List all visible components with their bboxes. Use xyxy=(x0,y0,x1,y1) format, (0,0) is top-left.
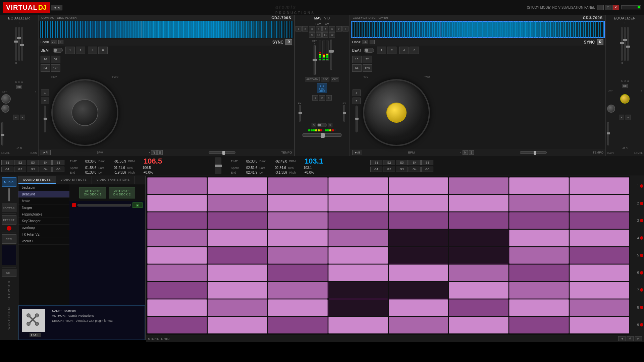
left-tempo-slider[interactable] xyxy=(209,151,235,154)
crossfader[interactable] xyxy=(302,133,342,137)
mix-num-5[interactable]: 5 xyxy=(322,26,328,32)
pad-r2-c1[interactable] xyxy=(147,195,207,212)
mix-num-12[interactable]: 12 xyxy=(329,32,335,38)
right-s2[interactable]: S2 xyxy=(383,160,395,165)
pad-r9-c2[interactable] xyxy=(208,317,267,334)
kill-btn-left[interactable]: KII xyxy=(16,85,22,89)
pad-r7-c4[interactable] xyxy=(328,282,388,299)
right-s4[interactable]: S4 xyxy=(409,160,421,165)
tab-video-transitions[interactable]: VIDEO TRANSITIONS xyxy=(92,176,135,184)
right-n-btn[interactable]: N xyxy=(463,150,468,155)
mix-num-10[interactable]: 10 xyxy=(316,32,322,38)
right-beat-1[interactable]: 1 xyxy=(377,47,386,54)
pad-r6-c5[interactable] xyxy=(389,264,448,281)
pad-r6-c2[interactable] xyxy=(208,264,267,281)
minimize-btn[interactable]: _ xyxy=(597,5,604,10)
level-fader-right[interactable] xyxy=(607,122,609,145)
pad-r1-c7[interactable] xyxy=(509,177,569,194)
pad-r5-c5[interactable] xyxy=(389,247,448,264)
left-s4[interactable]: S4 xyxy=(40,160,52,165)
pad-r3-c3[interactable] xyxy=(268,212,328,229)
channel-fader-left[interactable] xyxy=(314,45,316,75)
eq-knob-right[interactable] xyxy=(620,94,630,104)
eq-knob2-right[interactable] xyxy=(607,105,615,113)
pad-r4-c3[interactable] xyxy=(268,230,328,246)
pad-r4-c4[interactable] xyxy=(328,230,388,246)
left-g3[interactable]: G3 xyxy=(27,167,39,172)
right-g1[interactable]: G1 xyxy=(370,167,382,172)
pad-r9-c1[interactable] xyxy=(147,317,207,334)
pad-r2-c4[interactable] xyxy=(328,195,388,212)
pad-r4-c6[interactable] xyxy=(449,230,508,246)
eq-ctrl-btn1[interactable]: ◄ xyxy=(13,115,18,120)
left-s2[interactable]: S2 xyxy=(14,160,26,165)
right-s-btn[interactable]: S xyxy=(469,150,474,155)
pad-r8-c7[interactable] xyxy=(509,299,569,316)
right-beat-32[interactable]: 32 xyxy=(363,56,372,63)
pad-r2-c7[interactable] xyxy=(509,195,569,212)
pad-r8-c2[interactable] xyxy=(208,299,267,316)
left-strip-down[interactable]: ▼ xyxy=(41,98,49,104)
volume-bar[interactable] xyxy=(621,5,641,9)
effect-overloop[interactable]: overloop xyxy=(18,225,69,231)
right-play-btn[interactable]: ►/II xyxy=(352,150,362,155)
effect-backspin[interactable]: backspin xyxy=(18,184,69,191)
right-pitch-slider[interactable] xyxy=(356,106,358,132)
mix-num-2[interactable]: 2 xyxy=(302,26,308,32)
right-s5[interactable]: S5 xyxy=(421,160,433,165)
pad-r8-c3[interactable] xyxy=(268,299,328,316)
pad-r5-c3[interactable] xyxy=(268,247,328,264)
left-r-btn[interactable]: R xyxy=(285,39,292,45)
right-tempo-slider[interactable] xyxy=(520,151,547,154)
right-strip-down[interactable]: ▼ xyxy=(353,98,361,104)
pad-r7-c2[interactable] xyxy=(208,282,267,299)
mode-toggle[interactable] xyxy=(317,123,327,127)
rec-btn[interactable]: REC xyxy=(321,77,329,81)
mix-num-4[interactable]: 4 xyxy=(316,26,322,32)
effect-vocals[interactable]: vocals+ xyxy=(18,238,69,245)
maximize-btn[interactable]: □ xyxy=(605,5,611,10)
sidebar-slider[interactable] xyxy=(8,188,10,201)
req-ctrl-btn1[interactable]: ◄ xyxy=(619,115,624,120)
effect-keychanger[interactable]: KeyChanger xyxy=(18,218,69,225)
right-loop-minus[interactable]: - L xyxy=(362,40,368,44)
automix-btn[interactable]: AUTOMIX xyxy=(305,77,320,81)
left-beat-2[interactable]: 2 xyxy=(76,47,85,54)
right-g5[interactable]: G5 xyxy=(421,167,433,172)
mix-num-1[interactable]: 1 xyxy=(296,26,302,32)
pad-r6-c8[interactable] xyxy=(570,264,629,281)
pad-r7-c7[interactable] xyxy=(509,282,569,299)
effect-flippindouble[interactable]: FlippinDouble xyxy=(18,211,69,218)
level-fader-left[interactable] xyxy=(1,122,3,145)
pad-r5-c1[interactable] xyxy=(147,247,207,264)
pad-r3-c6[interactable] xyxy=(449,212,508,229)
right-g3[interactable]: G3 xyxy=(396,167,408,172)
left-beat-toggle[interactable] xyxy=(53,48,63,53)
left-beat-16[interactable]: 16 xyxy=(41,56,50,63)
pad-r3-c5[interactable] xyxy=(389,212,448,229)
left-play-btn[interactable]: ►/II xyxy=(41,150,51,155)
channel-fader-right[interactable] xyxy=(330,40,332,70)
pad-r2-c2[interactable] xyxy=(208,195,267,212)
left-s1[interactable]: S1 xyxy=(1,160,13,165)
right-beat-8[interactable]: 8 xyxy=(410,47,419,54)
left-g5[interactable]: G5 xyxy=(52,167,64,172)
pad-r7-c3[interactable] xyxy=(268,282,328,299)
eq-knob-left[interactable] xyxy=(1,94,11,104)
right-g4[interactable]: G4 xyxy=(409,167,421,172)
right-beat-2[interactable]: 2 xyxy=(387,47,396,54)
pad-r8-c8[interactable] xyxy=(570,299,629,316)
pad-r9-c4[interactable] xyxy=(328,317,388,334)
pitch-fader-vertical[interactable] xyxy=(215,158,221,174)
sidebar-rec-btn[interactable]: REC xyxy=(2,234,16,244)
mix-num-3[interactable]: 3 xyxy=(309,26,315,32)
pad-r2-c3[interactable] xyxy=(268,195,328,212)
pad-r3-c8[interactable] xyxy=(570,212,629,229)
left-loop-plus[interactable]: + xyxy=(58,40,63,44)
left-pitch-slider[interactable] xyxy=(44,106,46,132)
pad-r6-c7[interactable] xyxy=(509,264,569,281)
left-s5[interactable]: S5 xyxy=(52,160,64,165)
pad-r7-c6[interactable] xyxy=(449,282,508,299)
right-beat-128[interactable]: 128 xyxy=(363,64,372,72)
pad-r8-c1[interactable] xyxy=(147,299,207,316)
